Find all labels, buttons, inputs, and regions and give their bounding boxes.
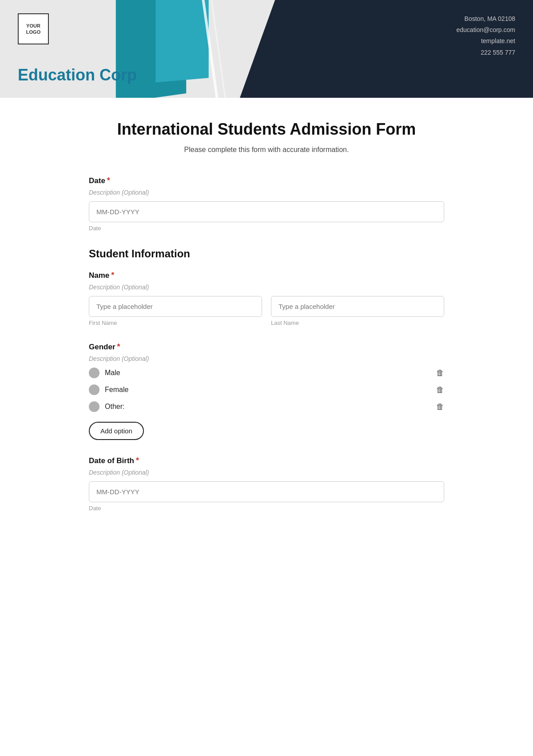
add-option-button[interactable]: Add option: [89, 422, 144, 440]
first-name-hint: First Name: [89, 320, 262, 326]
contact-email: education@corp.com: [456, 24, 515, 36]
name-label: Name *: [89, 271, 444, 280]
page-header: YOUR LOGO Education Corp Boston, MA 0210…: [0, 0, 533, 98]
date-input[interactable]: [89, 201, 444, 222]
last-name-col: Last Name: [271, 296, 444, 326]
name-required-star: *: [111, 271, 114, 280]
gender-option-other: Other: 🗑: [89, 401, 444, 412]
radio-circle-male[interactable]: [89, 368, 99, 378]
gender-description: Description (Optional): [89, 355, 444, 362]
contact-address: Boston, MA 02108: [456, 13, 515, 24]
gender-female-label: Female: [105, 386, 128, 394]
gender-option-male: Male 🗑: [89, 368, 444, 378]
dob-label: Date of Birth *: [89, 456, 444, 465]
logo-box: YOUR LOGO: [18, 13, 49, 44]
form-subtitle: Please complete this form with accurate …: [89, 146, 444, 154]
form-content: International Students Admission Form Pl…: [44, 98, 489, 563]
date-description: Description (Optional): [89, 189, 444, 196]
gender-male-label: Male: [105, 369, 120, 377]
contact-phone: 222 555 777: [456, 47, 515, 58]
first-name-input[interactable]: [89, 296, 262, 317]
delete-other-icon[interactable]: 🗑: [436, 402, 444, 412]
delete-female-icon[interactable]: 🗑: [436, 385, 444, 395]
gender-label-text: Gender: [89, 343, 115, 352]
gender-label: Gender *: [89, 342, 444, 352]
student-info-title: Student Information: [89, 248, 444, 260]
radio-circle-female[interactable]: [89, 384, 99, 395]
gender-option-female: Female 🗑: [89, 384, 444, 395]
dob-description: Description (Optional): [89, 469, 444, 476]
dob-field-group: Date of Birth * Description (Optional) D…: [89, 456, 444, 512]
header-contact: Boston, MA 02108 education@corp.com temp…: [456, 13, 515, 58]
dob-hint: Date: [89, 505, 444, 512]
company-name: Education Corp: [18, 66, 137, 84]
delete-male-icon[interactable]: 🗑: [436, 368, 444, 378]
shape-teal-medium: [155, 0, 209, 83]
shape-white-line2: [210, 0, 226, 98]
name-description: Description (Optional): [89, 284, 444, 291]
gender-field-group: Gender * Description (Optional) Male 🗑 F…: [89, 342, 444, 440]
form-title: International Students Admission Form: [89, 120, 444, 139]
date-label: Date *: [89, 176, 444, 185]
last-name-hint: Last Name: [271, 320, 444, 326]
name-label-text: Name: [89, 271, 109, 280]
date-required-star: *: [107, 176, 110, 185]
name-field-group: Name * Description (Optional) First Name…: [89, 271, 444, 326]
radio-circle-other[interactable]: [89, 401, 99, 412]
date-label-text: Date: [89, 176, 105, 185]
first-name-col: First Name: [89, 296, 262, 326]
dob-input[interactable]: [89, 481, 444, 502]
dob-required-star: *: [136, 456, 139, 465]
contact-website: template.net: [456, 36, 515, 47]
name-row: First Name Last Name: [89, 296, 444, 326]
date-field-group: Date * Description (Optional) Date: [89, 176, 444, 232]
gender-other-label: Other:: [105, 403, 124, 411]
last-name-input[interactable]: [271, 296, 444, 317]
gender-required-star: *: [117, 342, 120, 352]
dob-label-text: Date of Birth: [89, 456, 134, 465]
date-hint: Date: [89, 225, 444, 232]
